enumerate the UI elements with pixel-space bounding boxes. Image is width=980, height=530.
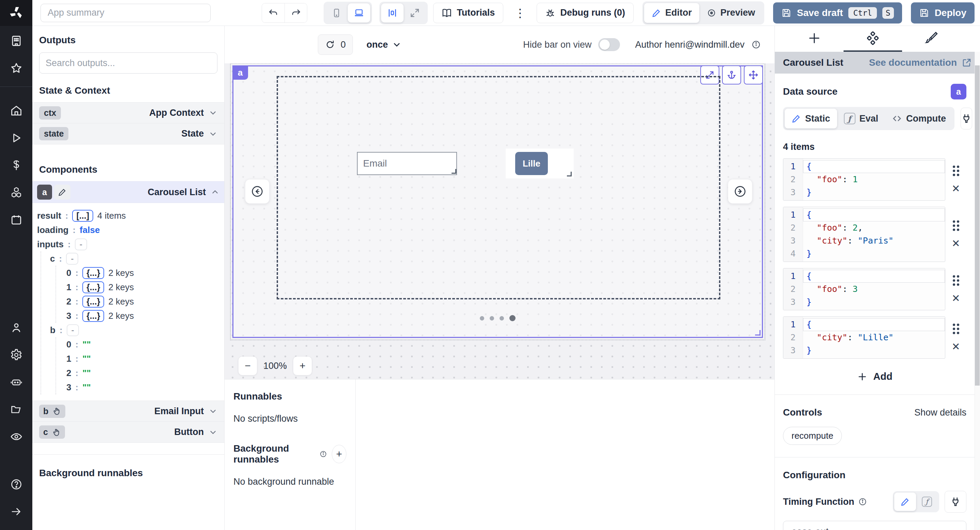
save-draft-button[interactable]: Save draft Ctrl S <box>773 2 902 24</box>
chevron-up-icon[interactable] <box>211 188 220 196</box>
preview-tab[interactable]: Preview <box>699 3 762 23</box>
carousel-dot[interactable] <box>500 316 504 321</box>
carousel-item-container[interactable] <box>277 76 721 299</box>
chevron-down-icon[interactable] <box>208 428 218 437</box>
expand-object-chip[interactable]: {...} <box>82 310 104 322</box>
add-background-runnable-button[interactable]: + <box>332 445 347 463</box>
anchor-component-button[interactable] <box>722 65 741 85</box>
collapse-chip[interactable]: - <box>67 324 79 336</box>
full-width-button[interactable] <box>404 3 426 22</box>
move-component-button[interactable] <box>744 65 763 85</box>
see-documentation-link[interactable]: See documentation <box>869 57 972 68</box>
json-editor[interactable]: 123{ "foo": 1} <box>783 158 945 201</box>
remove-item-icon[interactable]: ✕ <box>951 342 960 352</box>
editor-tab[interactable]: Editor <box>644 3 699 23</box>
connect-timing-button[interactable] <box>945 491 966 512</box>
resources-icon[interactable] <box>0 180 32 205</box>
workspace-icon[interactable] <box>0 29 32 53</box>
carousel-dots[interactable] <box>234 315 762 321</box>
collapse-chip[interactable]: - <box>66 253 78 265</box>
runs-icon[interactable] <box>0 126 32 150</box>
info-icon[interactable] <box>320 449 327 459</box>
app-summary-input[interactable] <box>40 4 211 22</box>
center-content-button[interactable] <box>381 3 404 22</box>
users-icon[interactable] <box>0 315 32 340</box>
carousel-component-row[interactable]: a Carousel List <box>32 181 224 203</box>
hide-bar-toggle[interactable] <box>598 38 620 51</box>
state-row[interactable]: state State <box>32 123 224 144</box>
json-editor[interactable]: 1234{ "foo": 2, "city": "Paris"} <box>783 207 945 262</box>
info-icon[interactable] <box>858 497 867 506</box>
refresh-button[interactable]: 0 <box>318 34 353 55</box>
collapse-sidebar-icon[interactable] <box>0 499 32 524</box>
expand-array-chip[interactable]: [...] <box>72 210 93 222</box>
selected-component-tag[interactable]: a <box>232 65 248 80</box>
drag-handle-icon[interactable] <box>953 275 959 286</box>
json-editor[interactable]: 123{ "foo": 3} <box>783 268 945 310</box>
search-outputs-input[interactable] <box>39 53 218 73</box>
redo-button[interactable] <box>285 3 307 22</box>
email-input-component-row[interactable]: b Email Input <box>32 401 224 422</box>
schedule-dropdown[interactable]: once <box>366 40 401 50</box>
ctx-row[interactable]: ctx App Context <box>32 102 224 123</box>
carousel-dot[interactable] <box>509 315 515 321</box>
remove-item-icon[interactable]: ✕ <box>951 293 960 303</box>
chevron-down-icon[interactable] <box>208 108 218 117</box>
resize-handle[interactable] <box>567 172 572 176</box>
chevron-down-icon[interactable] <box>208 407 218 415</box>
panel-scrollbar[interactable] <box>975 52 980 530</box>
show-details-link[interactable]: Show details <box>914 407 966 418</box>
recompute-pill[interactable]: recompute <box>783 427 842 445</box>
tab-styling[interactable] <box>902 26 961 52</box>
lille-button-component[interactable]: Lille <box>515 152 548 175</box>
ai-assistant-icon[interactable] <box>0 370 32 394</box>
tab-component-settings[interactable] <box>843 26 902 52</box>
timing-eval-button[interactable]: ƒ <box>916 493 938 511</box>
carousel-dot[interactable] <box>480 316 484 321</box>
expand-object-chip[interactable]: {...} <box>82 281 104 293</box>
add-item-button[interactable]: Add <box>857 371 892 382</box>
button-component-row[interactable]: c Button <box>32 422 224 443</box>
resize-handle[interactable] <box>452 169 456 174</box>
carousel-dot[interactable] <box>490 316 494 321</box>
timing-function-select[interactable]: ease-out <box>783 521 966 530</box>
folders-icon[interactable] <box>0 397 32 422</box>
home-icon[interactable] <box>0 99 32 123</box>
zoom-in-button[interactable]: + <box>293 356 312 375</box>
connect-input-button[interactable] <box>961 108 972 129</box>
visibility-icon[interactable] <box>0 425 32 449</box>
drag-handle-icon[interactable] <box>953 324 959 334</box>
canvas-resize-handle[interactable] <box>755 330 760 335</box>
edit-id-icon[interactable] <box>54 185 70 200</box>
json-editor[interactable]: 123{ "city": "Lille"} <box>783 316 945 359</box>
drag-handle-icon[interactable] <box>953 220 959 231</box>
settings-icon[interactable] <box>0 343 32 367</box>
remove-item-icon[interactable]: ✕ <box>951 184 960 194</box>
undo-button[interactable] <box>262 3 285 22</box>
scrollbar-thumb[interactable] <box>975 65 980 386</box>
schedules-icon[interactable] <box>0 208 32 232</box>
compute-mode-button[interactable]: Compute <box>885 109 953 128</box>
deploy-button[interactable]: Deploy <box>911 2 975 24</box>
chevron-down-icon[interactable] <box>208 129 218 138</box>
zoom-out-button[interactable]: − <box>238 356 257 375</box>
windmill-logo[interactable] <box>0 0 32 26</box>
expand-object-chip[interactable]: {...} <box>82 267 104 279</box>
debug-runs-button[interactable]: Debug runs (0) <box>537 3 633 23</box>
tutorials-button[interactable]: Tutorials <box>433 3 503 23</box>
email-input-component[interactable] <box>357 152 457 175</box>
expand-object-chip[interactable]: {...} <box>82 296 104 308</box>
help-icon[interactable] <box>0 472 32 496</box>
static-mode-button[interactable]: Static <box>785 109 837 128</box>
tab-insert-component[interactable] <box>785 26 843 52</box>
favorites-icon[interactable] <box>0 56 32 80</box>
collapse-chip[interactable]: - <box>75 238 87 251</box>
eval-mode-button[interactable]: ƒ Eval <box>837 109 885 128</box>
mobile-view-button[interactable] <box>325 3 348 22</box>
carousel-next-button[interactable] <box>728 179 752 204</box>
remove-item-icon[interactable]: ✕ <box>951 238 960 249</box>
app-canvas[interactable]: a <box>232 65 763 338</box>
drag-handle-icon[interactable] <box>953 166 959 176</box>
info-icon[interactable] <box>751 40 761 49</box>
timing-static-button[interactable] <box>894 493 916 511</box>
